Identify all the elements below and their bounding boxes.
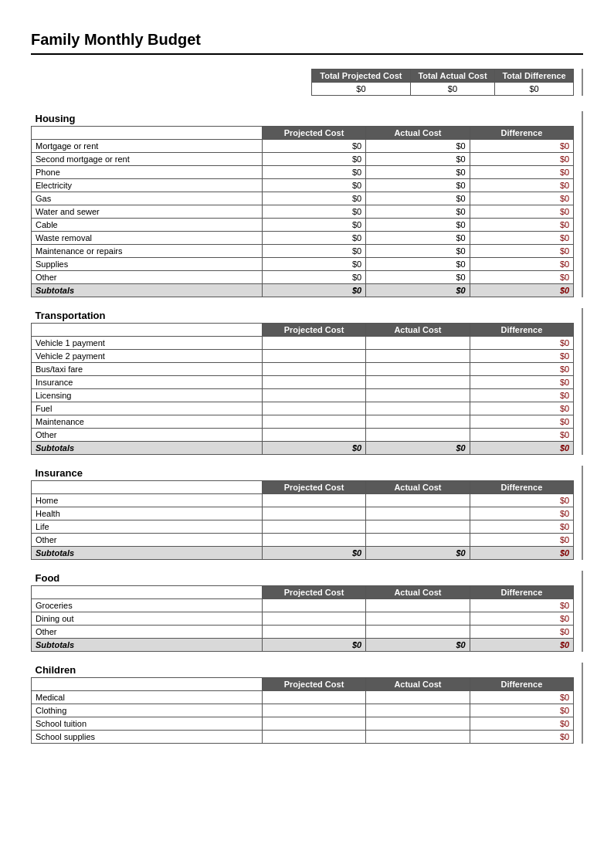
- row-label: Dining out: [32, 612, 263, 626]
- row-diff: $0: [470, 626, 573, 639]
- row-projected: [262, 599, 365, 612]
- table-row: Fuel$0: [32, 402, 574, 415]
- row-projected: [262, 402, 365, 415]
- summary-val-diff: $0: [495, 83, 574, 96]
- table-row: Dining out$0: [32, 612, 574, 626]
- row-diff: $0: [470, 599, 573, 612]
- row-label: Maintenance: [32, 415, 263, 429]
- row-label: Vehicle 1 payment: [32, 337, 263, 350]
- row-projected: $0: [262, 140, 365, 153]
- table-row: School tuition$0: [32, 717, 574, 731]
- row-actual: [366, 534, 470, 547]
- row-projected: $0: [262, 258, 365, 271]
- row-label: Life: [32, 520, 263, 534]
- summary-val-actual: $0: [410, 83, 494, 96]
- table-row: School supplies$0: [32, 731, 574, 744]
- row-actual: $0: [366, 179, 470, 192]
- section-title: Housing: [32, 111, 263, 127]
- row-diff: $0: [470, 376, 573, 389]
- subtotal-row: Subtotals$0$0$0: [32, 284, 574, 297]
- row-projected: [262, 350, 365, 363]
- table-row: Electricity$0$0$0: [32, 179, 574, 192]
- row-actual: [366, 612, 470, 626]
- section-children: ChildrenProjected CostActual CostDiffere…: [31, 663, 583, 744]
- section-table-insurance: InsuranceProjected CostActual CostDiffer…: [31, 466, 574, 560]
- subtotal-row: Subtotals$0$0$0: [32, 442, 574, 455]
- section-food: FoodProjected CostActual CostDifferenceG…: [31, 571, 583, 652]
- row-projected: [262, 376, 365, 389]
- row-diff: $0: [470, 389, 573, 402]
- row-diff: $0: [470, 350, 573, 363]
- row-actual: [366, 691, 470, 704]
- section-insurance: InsuranceProjected CostActual CostDiffer…: [31, 466, 583, 560]
- row-actual: $0: [366, 232, 470, 245]
- summary-table: Total Projected Cost Total Actual Cost T…: [311, 69, 574, 96]
- table-row: Phone$0$0$0: [32, 166, 574, 179]
- row-actual: [366, 402, 470, 415]
- row-actual: $0: [366, 219, 470, 232]
- table-row: Other$0: [32, 626, 574, 639]
- section-title: Insurance: [32, 466, 263, 481]
- row-label: Vehicle 2 payment: [32, 350, 263, 363]
- table-row: Life$0: [32, 520, 574, 534]
- table-row: Maintenance$0: [32, 415, 574, 429]
- row-diff: $0: [470, 179, 573, 192]
- summary-section: Total Projected Cost Total Actual Cost T…: [31, 69, 583, 96]
- row-diff: $0: [470, 219, 573, 232]
- row-actual: [366, 507, 470, 520]
- section-table-food: FoodProjected CostActual CostDifferenceG…: [31, 571, 574, 652]
- row-actual: $0: [366, 140, 470, 153]
- summary-header-projected: Total Projected Cost: [312, 70, 411, 83]
- table-row: Cable$0$0$0: [32, 219, 574, 232]
- table-row: Other$0: [32, 429, 574, 442]
- right-border-marker: [575, 111, 583, 297]
- row-label: Second mortgage or rent: [32, 153, 263, 166]
- row-diff: $0: [470, 731, 573, 744]
- table-row: Clothing$0: [32, 704, 574, 717]
- row-label: Clothing: [32, 704, 263, 717]
- section-housing: HousingProjected CostActual CostDifferen…: [31, 111, 583, 297]
- table-row: Water and sewer$0$0$0: [32, 205, 574, 219]
- row-projected: [262, 389, 365, 402]
- row-projected: [262, 337, 365, 350]
- row-diff: $0: [470, 507, 573, 520]
- row-label: Home: [32, 494, 263, 507]
- row-label: Water and sewer: [32, 205, 263, 219]
- row-label: Mortgage or rent: [32, 140, 263, 153]
- row-diff: $0: [470, 415, 573, 429]
- row-actual: [366, 376, 470, 389]
- table-row: Vehicle 2 payment$0: [32, 350, 574, 363]
- page-title: Family Monthly Budget: [31, 31, 583, 55]
- row-projected: [262, 626, 365, 639]
- row-label: Health: [32, 507, 263, 520]
- table-row: Groceries$0: [32, 599, 574, 612]
- table-row: Second mortgage or rent$0$0$0: [32, 153, 574, 166]
- row-diff: $0: [470, 717, 573, 731]
- row-actual: $0: [366, 271, 470, 284]
- row-diff: $0: [470, 140, 573, 153]
- row-projected: $0: [262, 192, 365, 205]
- row-label: Other: [32, 626, 263, 639]
- row-diff: $0: [470, 363, 573, 376]
- summary-header-actual: Total Actual Cost: [410, 70, 494, 83]
- row-actual: $0: [366, 192, 470, 205]
- right-border-marker: [575, 466, 583, 560]
- section-table-children: ChildrenProjected CostActual CostDiffere…: [31, 663, 574, 744]
- row-projected: [262, 520, 365, 534]
- row-label: Groceries: [32, 599, 263, 612]
- row-projected: [262, 415, 365, 429]
- section-table-housing: HousingProjected CostActual CostDifferen…: [31, 111, 574, 297]
- row-projected: $0: [262, 205, 365, 219]
- row-label: Waste removal: [32, 232, 263, 245]
- row-projected: [262, 717, 365, 731]
- row-diff: $0: [470, 520, 573, 534]
- row-label: Licensing: [32, 389, 263, 402]
- row-projected: [262, 494, 365, 507]
- row-actual: [366, 731, 470, 744]
- table-row: Licensing$0: [32, 389, 574, 402]
- row-actual: [366, 704, 470, 717]
- row-label: Other: [32, 429, 263, 442]
- row-projected: $0: [262, 219, 365, 232]
- row-label: Bus/taxi fare: [32, 363, 263, 376]
- summary-header-diff: Total Difference: [495, 70, 574, 83]
